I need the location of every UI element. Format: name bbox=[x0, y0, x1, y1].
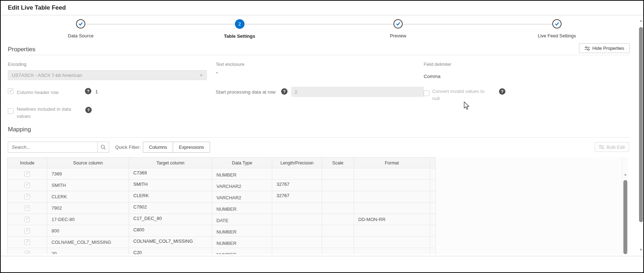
row-include-checkbox[interactable] bbox=[25, 240, 30, 245]
scale-cell[interactable] bbox=[322, 214, 354, 225]
target-column-cell[interactable]: C7902 bbox=[129, 203, 212, 214]
col-header-scale[interactable]: Scale bbox=[322, 158, 354, 168]
spacer-cell bbox=[430, 191, 436, 203]
format-cell[interactable] bbox=[354, 180, 430, 191]
filter-expressions-button[interactable]: Expressions bbox=[173, 142, 210, 152]
length-precision-cell[interactable] bbox=[272, 214, 322, 225]
length-precision-cell[interactable] bbox=[272, 248, 322, 254]
target-column-cell[interactable]: SMITH bbox=[129, 180, 212, 191]
scale-cell[interactable] bbox=[322, 248, 354, 254]
scale-cell[interactable] bbox=[322, 203, 354, 214]
target-column-cell[interactable]: C17_DEC_80 bbox=[129, 214, 212, 225]
data-type-cell[interactable]: NUMBER bbox=[212, 225, 272, 237]
search-field[interactable] bbox=[8, 142, 98, 153]
source-column-cell: 7902 bbox=[47, 203, 129, 214]
data-type-cell[interactable]: DATE bbox=[212, 214, 272, 225]
target-column-cell[interactable]: C800 bbox=[129, 225, 212, 237]
row-include-checkbox[interactable] bbox=[25, 217, 30, 222]
row-include-checkbox[interactable] bbox=[25, 251, 30, 254]
include-checkbox-cell[interactable] bbox=[7, 168, 47, 180]
newlines-label: Newlines included in data values bbox=[17, 106, 80, 120]
scroll-down-icon[interactable]: ▼ bbox=[638, 248, 644, 252]
scale-cell[interactable] bbox=[322, 237, 354, 248]
data-type-cell[interactable]: NUMBER bbox=[212, 237, 272, 248]
format-cell[interactable] bbox=[354, 168, 430, 180]
newlines-checkbox[interactable] bbox=[8, 108, 14, 114]
col-header-target[interactable]: Target column bbox=[129, 158, 212, 168]
col-header-datatype[interactable]: Data Type bbox=[212, 158, 272, 168]
target-column-cell[interactable]: CLERK bbox=[129, 191, 212, 203]
scale-cell[interactable] bbox=[322, 225, 354, 237]
length-precision-cell[interactable] bbox=[272, 168, 322, 180]
data-type-cell[interactable]: NUMBER bbox=[212, 203, 272, 214]
format-cell[interactable] bbox=[354, 225, 430, 237]
col-header-format[interactable]: Format bbox=[354, 158, 430, 168]
include-checkbox-cell[interactable] bbox=[7, 237, 47, 248]
help-icon[interactable]: ? bbox=[499, 88, 505, 95]
dialog-vertical-scrollbar[interactable]: ▲ ▼ bbox=[638, 16, 644, 255]
length-precision-cell[interactable]: 32767 bbox=[272, 191, 322, 203]
format-cell[interactable] bbox=[354, 191, 430, 203]
include-checkbox-cell[interactable] bbox=[7, 180, 47, 191]
target-column-cell[interactable]: C7369 bbox=[129, 168, 212, 180]
scale-cell[interactable] bbox=[322, 180, 354, 191]
target-column-cell[interactable]: C20 bbox=[129, 248, 212, 254]
hide-properties-button[interactable]: Hide Properties bbox=[579, 43, 630, 53]
data-type-cell[interactable]: NUMBER bbox=[212, 248, 272, 254]
wizard-step-data-source[interactable]: Data Source bbox=[45, 19, 116, 38]
column-header-row-checkbox[interactable] bbox=[8, 88, 14, 94]
search-input[interactable] bbox=[8, 145, 97, 150]
col-header-length[interactable]: Length/Precision bbox=[272, 158, 322, 168]
help-icon[interactable]: ? bbox=[85, 88, 91, 94]
wizard-step-live-feed-settings[interactable]: Live Feed Settings bbox=[521, 19, 592, 38]
search-button[interactable] bbox=[97, 142, 109, 153]
col-header-include[interactable]: Include bbox=[7, 158, 47, 168]
row-include-checkbox[interactable] bbox=[25, 228, 30, 233]
include-checkbox-cell[interactable] bbox=[7, 203, 47, 214]
step-completed-circle[interactable] bbox=[552, 19, 562, 28]
step-completed-circle[interactable] bbox=[393, 19, 403, 28]
convert-invalid-label: Convert invalid values to null bbox=[432, 88, 492, 102]
data-type-cell[interactable]: NUMBER bbox=[212, 168, 272, 180]
scroll-up-icon[interactable]: ▲ bbox=[638, 19, 644, 22]
length-precision-cell[interactable] bbox=[272, 203, 322, 214]
table-vertical-scrollbar[interactable]: ▲ bbox=[622, 157, 628, 254]
quick-filter-group: Columns Expressions bbox=[143, 142, 210, 153]
row-include-checkbox[interactable] bbox=[25, 171, 30, 177]
target-column-cell[interactable]: COLNAME_COL7_MISSING bbox=[129, 237, 212, 248]
scale-cell[interactable] bbox=[322, 168, 354, 180]
table-scroll-thumb[interactable] bbox=[623, 180, 627, 254]
help-icon[interactable]: ? bbox=[85, 107, 92, 113]
format-cell[interactable] bbox=[354, 237, 430, 248]
row-include-checkbox[interactable] bbox=[25, 205, 30, 211]
length-precision-cell[interactable] bbox=[272, 237, 322, 248]
convert-invalid-checkbox[interactable] bbox=[424, 90, 429, 96]
scale-cell[interactable] bbox=[322, 191, 354, 203]
wizard-step-preview[interactable]: Preview bbox=[363, 19, 434, 38]
length-precision-cell[interactable]: 32767 bbox=[272, 180, 322, 191]
format-cell[interactable] bbox=[354, 248, 430, 254]
wizard-step-table-settings[interactable]: 2 Table Settings bbox=[204, 19, 275, 39]
format-cell[interactable]: DD-MON-RR bbox=[354, 214, 430, 225]
step-current-circle[interactable]: 2 bbox=[235, 19, 245, 29]
include-checkbox-cell[interactable] bbox=[7, 191, 47, 203]
start-processing-input[interactable]: 2 bbox=[291, 87, 424, 97]
row-include-checkbox[interactable] bbox=[25, 194, 30, 199]
data-type-cell[interactable]: VARCHAR2 bbox=[212, 191, 272, 203]
step-completed-circle[interactable] bbox=[76, 19, 85, 28]
check-icon bbox=[554, 21, 559, 26]
bulk-edit-button[interactable]: Bulk Edit bbox=[595, 142, 629, 152]
include-checkbox-cell[interactable] bbox=[7, 248, 47, 254]
encoding-select[interactable]: US7ASCII - ASCII 7-bit American ▼ bbox=[8, 70, 207, 80]
length-precision-cell[interactable] bbox=[272, 225, 322, 237]
scroll-up-icon[interactable]: ▲ bbox=[622, 172, 628, 176]
include-checkbox-cell[interactable] bbox=[7, 225, 47, 237]
data-type-cell[interactable]: VARCHAR2 bbox=[212, 180, 272, 191]
include-checkbox-cell[interactable] bbox=[7, 214, 47, 225]
col-header-source[interactable]: Source column bbox=[47, 158, 129, 168]
row-include-checkbox[interactable] bbox=[25, 183, 30, 188]
format-cell[interactable] bbox=[354, 203, 430, 214]
dialog-scroll-thumb[interactable] bbox=[639, 27, 643, 222]
filter-columns-button[interactable]: Columns bbox=[143, 142, 173, 152]
help-icon[interactable]: ? bbox=[281, 88, 288, 95]
